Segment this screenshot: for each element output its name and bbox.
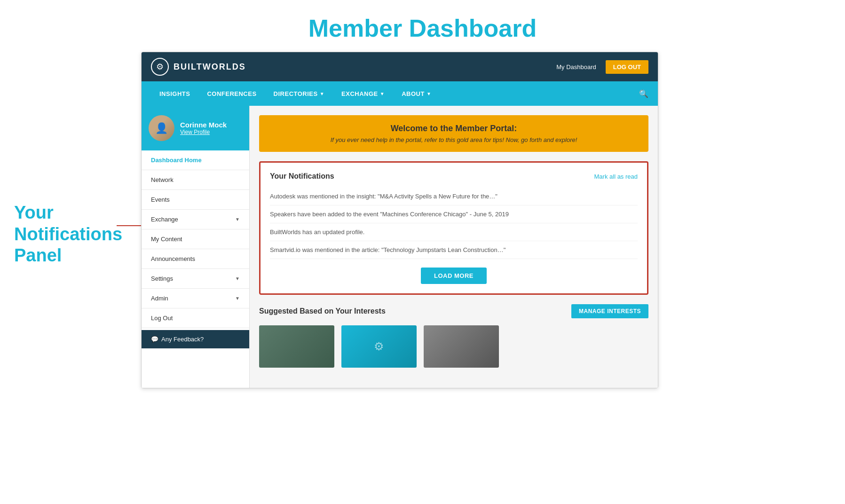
card-image-1 — [259, 325, 334, 368]
feedback-icon: 💬 — [151, 336, 158, 343]
logout-button[interactable]: LOG OUT — [606, 60, 648, 74]
main-content: Welcome to the Member Portal: If you eve… — [250, 106, 658, 388]
main-wrapper: ⚙ BUILTWORLDS My Dashboard LOG OUT INSIG… — [141, 52, 658, 388]
feedback-button[interactable]: 💬 Any Feedback? — [142, 330, 249, 348]
top-bar: ⚙ BUILTWORLDS My Dashboard LOG OUT — [142, 52, 658, 81]
my-dashboard-link[interactable]: My Dashboard — [556, 63, 596, 71]
welcome-title: Welcome to the Member Portal: — [271, 124, 637, 134]
notification-item: Speakers have been added to the event "M… — [270, 205, 638, 223]
suggested-card-1[interactable] — [259, 325, 334, 368]
sidebar-item-dashboard-home[interactable]: Dashboard Home — [142, 150, 249, 170]
nav-item-insights[interactable]: INSIGHTS — [151, 81, 198, 106]
notification-item: Autodesk was mentioned in the insight: "… — [270, 188, 638, 205]
suggested-cards: ⚙ — [259, 325, 648, 368]
feedback-label: Any Feedback? — [161, 336, 204, 343]
sidebar-item-logout[interactable]: Log Out — [142, 308, 249, 328]
card-image-2: ⚙ — [341, 325, 417, 368]
suggested-header: Suggested Based on Your Interests MANAGE… — [259, 304, 648, 318]
avatar: 👤 — [149, 115, 174, 141]
notification-item: BuiltWorlds has an updated profile. — [270, 223, 638, 241]
card-image-3 — [424, 325, 499, 368]
search-icon[interactable]: 🔍 — [639, 89, 648, 98]
suggested-card-2[interactable]: ⚙ — [341, 325, 417, 368]
notifications-title: Your Notifications — [270, 172, 334, 181]
notification-item: Smartvid.io was mentioned in the article… — [270, 241, 638, 259]
suggested-section: Suggested Based on Your Interests MANAGE… — [259, 304, 648, 368]
manage-interests-button[interactable]: MANAGE INTERESTS — [571, 304, 648, 318]
logo-icon: ⚙ — [151, 58, 169, 76]
suggested-title: Suggested Based on Your Interests — [259, 307, 386, 315]
sidebar-profile: 👤 Corinne Mock View Profile — [142, 106, 249, 150]
notifications-header: Your Notifications Mark all as read — [270, 172, 638, 181]
welcome-banner: Welcome to the Member Portal: If you eve… — [259, 115, 648, 152]
nav-bar: INSIGHTS CONFERENCES DIRECTORIES ▼ EXCHA… — [142, 81, 658, 106]
nav-item-conferences[interactable]: CONFERENCES — [198, 81, 265, 106]
mark-all-read-link[interactable]: Mark all as read — [594, 173, 638, 180]
sidebar-item-network[interactable]: Network — [142, 170, 249, 190]
logo-text: BUILTWORLDS — [174, 62, 246, 72]
suggested-card-3[interactable] — [424, 325, 499, 368]
load-more-button[interactable]: LOAD MORE — [421, 268, 487, 284]
browser-frame: ⚙ BUILTWORLDS My Dashboard LOG OUT INSIG… — [141, 52, 658, 388]
page-title: Member Dashboard — [0, 14, 845, 42]
sidebar: 👤 Corinne Mock View Profile Dashboard Ho… — [142, 106, 250, 388]
top-bar-right: My Dashboard LOG OUT — [556, 60, 648, 74]
nav-item-exchange[interactable]: EXCHANGE ▼ — [333, 81, 393, 106]
profile-info: Corinne Mock View Profile — [180, 121, 242, 135]
sidebar-item-settings[interactable]: Settings ▼ — [142, 269, 249, 289]
welcome-subtitle: If you ever need help in the portal, ref… — [271, 136, 637, 143]
sidebar-item-exchange[interactable]: Exchange ▼ — [142, 210, 249, 229]
nav-items: INSIGHTS CONFERENCES DIRECTORIES ▼ EXCHA… — [151, 81, 440, 106]
notifications-panel: Your Notifications Mark all as read Auto… — [259, 161, 648, 295]
sidebar-item-announcements[interactable]: Announcements — [142, 249, 249, 269]
sidebar-item-events[interactable]: Events — [142, 190, 249, 210]
sidebar-item-admin[interactable]: Admin ▼ — [142, 289, 249, 308]
avatar-image: 👤 — [149, 115, 174, 141]
profile-name: Corinne Mock — [180, 121, 242, 129]
content-area: 👤 Corinne Mock View Profile Dashboard Ho… — [142, 106, 658, 388]
page-title-area: Member Dashboard — [0, 0, 845, 52]
nav-item-about[interactable]: ABOUT ▼ — [393, 81, 440, 106]
logo-area: ⚙ BUILTWORLDS — [151, 58, 246, 76]
nav-item-directories[interactable]: DIRECTORIES ▼ — [265, 81, 333, 106]
annotation-notifications: YourNotificationsPanel — [14, 202, 127, 267]
sidebar-item-my-content[interactable]: My Content — [142, 229, 249, 249]
view-profile-link[interactable]: View Profile — [180, 129, 242, 135]
